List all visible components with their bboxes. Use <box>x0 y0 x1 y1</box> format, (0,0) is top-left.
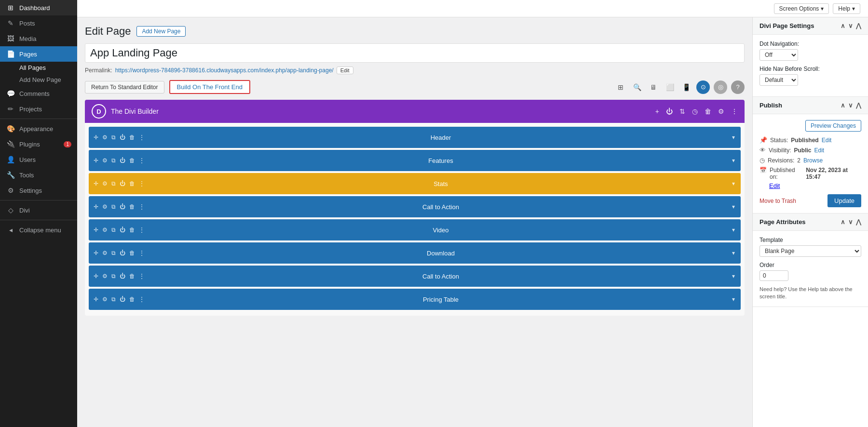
power-icon[interactable]: ⏻ <box>120 296 125 303</box>
revisions-browse-link[interactable]: Browse <box>803 157 823 164</box>
settings-icon[interactable]: ⚙ <box>102 273 108 280</box>
template-select[interactable]: Default Template Blank Page <box>760 245 861 257</box>
trash-icon[interactable]: 🗑 <box>129 203 135 210</box>
section-row-features[interactable]: ✛ ⚙ ⧉ ⏻ 🗑 ⋮ Features ▾ <box>89 150 741 171</box>
settings-icon[interactable]: ⚙ <box>102 227 108 233</box>
more-icon[interactable]: ⋮ <box>139 227 145 233</box>
circle-blue-icon[interactable]: ⊙ <box>696 80 710 94</box>
sidebar-sub-item-all-pages[interactable]: All Pages <box>0 62 77 74</box>
section-row-stats[interactable]: ✛ ⚙ ⧉ ⏻ 🗑 ⋮ Stats ▾ <box>89 173 741 194</box>
move-icon[interactable]: ✛ <box>94 250 98 256</box>
trash-icon[interactable]: 🗑 <box>129 180 135 187</box>
preview-changes-button[interactable]: Preview Changes <box>805 120 861 132</box>
search-icon[interactable]: 🔍 <box>631 81 643 93</box>
section-row-cta1[interactable]: ✛ ⚙ ⧉ ⏻ 🗑 ⋮ Call to Action ▾ <box>89 196 741 217</box>
copy-icon[interactable]: ⧉ <box>111 273 116 280</box>
return-to-standard-editor-button[interactable]: Return To Standard Editor <box>85 81 164 93</box>
section-row-download[interactable]: ✛ ⚙ ⧉ ⏻ 🗑 ⋮ Download ▾ <box>89 242 741 264</box>
permalink-url[interactable]: https://wordpress-784896-3788616.cloudwa… <box>115 67 334 74</box>
divi-history-icon[interactable]: ◷ <box>692 107 698 115</box>
sidebar-item-posts[interactable]: ✎ Posts <box>0 15 77 31</box>
build-on-front-end-button[interactable]: Build On The Front End <box>169 80 250 94</box>
order-input[interactable] <box>760 270 788 281</box>
help-button[interactable]: Help ▾ <box>833 3 860 14</box>
power-icon[interactable]: ⏻ <box>120 157 125 164</box>
trash-icon[interactable]: 🗑 <box>129 134 135 141</box>
move-icon[interactable]: ✛ <box>94 180 98 187</box>
sidebar-item-media[interactable]: 🖼 Media <box>0 31 77 46</box>
divi-trash-icon[interactable]: 🗑 <box>705 107 711 115</box>
move-icon[interactable]: ✛ <box>94 203 98 210</box>
more-icon[interactable]: ⋮ <box>139 203 145 210</box>
power-icon[interactable]: ⏻ <box>120 203 125 210</box>
divi-power-icon[interactable]: ⏻ <box>666 107 673 115</box>
panel-up-icon[interactable]: ∨ <box>848 22 853 29</box>
attr-up-icon[interactable]: ∨ <box>848 218 853 226</box>
copy-icon[interactable]: ⧉ <box>111 227 116 233</box>
circle-gray-icon[interactable]: ◎ <box>714 80 727 94</box>
sidebar-item-comments[interactable]: 💬 Comments <box>0 86 77 101</box>
visibility-edit-link[interactable]: Edit <box>814 147 824 154</box>
section-row-header[interactable]: ✛ ⚙ ⧉ ⏻ 🗑 ⋮ Header ▾ <box>89 127 741 148</box>
dot-navigation-select[interactable]: Off On <box>760 49 798 61</box>
copy-icon[interactable]: ⧉ <box>111 250 116 256</box>
settings-icon[interactable]: ⚙ <box>102 296 108 303</box>
settings-icon[interactable]: ⚙ <box>102 180 108 187</box>
sidebar-collapse-menu[interactable]: ◂ Collapse menu <box>0 222 77 238</box>
settings-icon[interactable]: ⚙ <box>102 134 108 141</box>
power-icon[interactable]: ⏻ <box>120 227 125 233</box>
copy-icon[interactable]: ⧉ <box>111 134 116 141</box>
sidebar-item-tools[interactable]: 🔧 Tools <box>0 167 77 183</box>
sidebar-item-appearance[interactable]: 🎨 Appearance <box>0 121 77 136</box>
power-icon[interactable]: ⏻ <box>120 273 125 280</box>
mobile-view-icon[interactable]: 📱 <box>680 81 692 93</box>
trash-icon[interactable]: 🗑 <box>129 227 135 233</box>
attr-collapse-icon[interactable]: ∧ <box>841 218 845 226</box>
panel-arrow-icon[interactable]: ⋀ <box>856 22 861 29</box>
power-icon[interactable]: ⏻ <box>120 250 125 256</box>
section-row-video[interactable]: ✛ ⚙ ⧉ ⏻ 🗑 ⋮ Video ▾ <box>89 219 741 240</box>
settings-icon[interactable]: ⚙ <box>102 250 108 256</box>
permalink-edit-button[interactable]: Edit <box>337 67 353 74</box>
move-icon[interactable]: ✛ <box>94 296 98 303</box>
hide-nav-select[interactable]: Default Yes No <box>760 74 798 86</box>
trash-icon[interactable]: 🗑 <box>129 157 135 164</box>
desktop-view-icon[interactable]: 🖥 <box>647 81 660 93</box>
move-icon[interactable]: ✛ <box>94 273 98 280</box>
sidebar-item-pages[interactable]: 📄 Pages <box>0 46 77 62</box>
page-title-input[interactable] <box>85 43 745 63</box>
move-icon[interactable]: ✛ <box>94 134 98 141</box>
trash-icon[interactable]: 🗑 <box>129 273 135 280</box>
status-edit-link[interactable]: Edit <box>822 137 832 144</box>
publish-arrow-icon[interactable]: ⋀ <box>856 102 861 109</box>
publish-collapse-icon[interactable]: ∧ <box>841 102 845 109</box>
move-icon[interactable]: ✛ <box>94 157 98 164</box>
divi-more-icon[interactable]: ⋮ <box>731 107 738 115</box>
sidebar-item-settings[interactable]: ⚙ Settings <box>0 183 77 198</box>
more-icon[interactable]: ⋮ <box>139 273 145 280</box>
grid-view-icon[interactable]: ⊞ <box>614 81 627 93</box>
divi-add-icon[interactable]: + <box>655 107 659 115</box>
copy-icon[interactable]: ⧉ <box>111 180 116 187</box>
copy-icon[interactable]: ⧉ <box>111 203 116 210</box>
sidebar-item-users[interactable]: 👤 Users <box>0 152 77 167</box>
move-icon[interactable]: ✛ <box>94 227 98 233</box>
more-icon[interactable]: ⋮ <box>139 250 145 256</box>
publish-up-icon[interactable]: ∨ <box>848 102 853 109</box>
more-icon[interactable]: ⋮ <box>139 296 145 303</box>
power-icon[interactable]: ⏻ <box>120 180 125 187</box>
more-icon[interactable]: ⋮ <box>139 134 145 141</box>
sidebar-item-dashboard[interactable]: ⊞ Dashboard <box>0 0 77 15</box>
panel-collapse-icon[interactable]: ∧ <box>841 22 845 29</box>
move-to-trash-link[interactable]: Move to Trash <box>760 198 796 204</box>
sidebar-sub-item-add-new[interactable]: Add New Page <box>0 74 77 86</box>
copy-icon[interactable]: ⧉ <box>111 157 116 164</box>
trash-icon[interactable]: 🗑 <box>129 250 135 256</box>
section-row-pricing[interactable]: ✛ ⚙ ⧉ ⏻ 🗑 ⋮ Pricing Table ▾ <box>89 289 741 310</box>
settings-icon[interactable]: ⚙ <box>102 203 108 210</box>
screen-options-button[interactable]: Screen Options ▾ <box>774 3 829 14</box>
update-button[interactable]: Update <box>827 194 861 207</box>
sidebar-item-plugins[interactable]: 🔌 Plugins 1 <box>0 136 77 152</box>
trash-icon[interactable]: 🗑 <box>129 296 135 303</box>
copy-icon[interactable]: ⧉ <box>111 296 116 303</box>
